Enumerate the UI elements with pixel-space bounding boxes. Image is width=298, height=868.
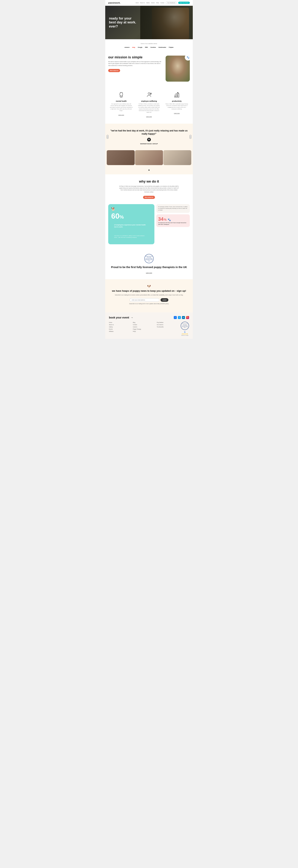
mental-health-icon <box>117 91 125 99</box>
google-stars: ★★★★★ <box>182 333 188 335</box>
licensed-heading: Proud to be the first fully licensed pup… <box>109 266 189 269</box>
feature-mental-health-desc: Our approach to your wellness days will … <box>110 103 133 112</box>
newsletter-disclaimer: Subscribe to our mailing list for more u… <box>109 303 189 305</box>
stat-small-number: 34 <box>158 216 164 222</box>
stat-small-percent: % <box>164 218 166 221</box>
testimonial-next-button[interactable]: › <box>190 135 191 139</box>
newsletter-body: Subscribe to our mailing list to receive… <box>109 294 189 296</box>
svg-rect-6 <box>174 96 175 97</box>
newsletter-submit-button[interactable]: submit <box>161 298 168 302</box>
feature-productivity-title: productivity <box>165 100 188 102</box>
photo-3 <box>163 150 191 165</box>
stat-60-number: 60% <box>111 212 152 220</box>
book-event-button[interactable]: Book Your Event <box>178 2 190 4</box>
footer-link-our-owners[interactable]: Our Owners <box>157 324 179 326</box>
footer-social: f t in ◻ <box>174 316 189 319</box>
footer-link-benefits[interactable]: The Benefits <box>157 326 179 328</box>
google-icon: G <box>184 331 186 333</box>
testimonial-prev-button[interactable]: ‹ <box>107 135 108 139</box>
newsletter-email-input[interactable] <box>130 298 159 302</box>
stat-big-sublabel: more than 1 in 3 admitted to calling in … <box>111 232 152 241</box>
nav-faqs[interactable]: FAQs <box>156 2 159 3</box>
footer-link-faqs[interactable]: FAQs <box>133 331 155 332</box>
mission-text: our mission is simple We want to improve… <box>108 56 163 72</box>
mission-heading: our mission is simple <box>108 56 163 59</box>
dashboard-button[interactable]: Your Dashboard <box>166 1 177 4</box>
carousel-dot-1[interactable] <box>148 169 150 170</box>
footer-link-about[interactable]: About us <box>109 324 131 326</box>
facebook-icon[interactable]: f <box>174 316 177 319</box>
footer-link-home[interactable]: Home <box>109 321 131 323</box>
footer-link-careers[interactable]: Careers <box>133 326 155 328</box>
stat-34-number-block: 34 % 🐾 <box>158 216 188 222</box>
clients-section: Some of our satisfied clients: amazon eb… <box>105 39 193 52</box>
feature-mental-health-link[interactable]: Learn more <box>118 114 124 116</box>
footer-link-puppy-therapy[interactable]: Puppy Therapy <box>133 328 155 330</box>
licensed-section: Proud to be the First Fully Licensed Pup… <box>105 249 193 279</box>
footer-link-affiliates[interactable]: Affiliates <box>109 331 131 332</box>
nav-gallery[interactable]: Gallery <box>146 2 150 3</box>
footer-link-blog[interactable]: Blog <box>133 321 155 323</box>
footer-top: book your event → f t in ◻ <box>109 316 189 319</box>
stat-big-number: 60 <box>111 212 119 220</box>
site-logo[interactable]: pawsinwork. <box>108 2 120 4</box>
why-cta-button[interactable]: More about us <box>143 196 155 199</box>
company-icon-letter: W <box>148 138 150 141</box>
licensed-cta-link[interactable]: Learn more <box>146 272 152 274</box>
navigation: pawsinwork. Home About Us Gallery Events… <box>105 0 193 6</box>
testimonial-company-icon: W <box>147 138 151 142</box>
google-label: Rated on Google <box>182 335 188 336</box>
footer-license-badge: Proud to be the First Fully Licensed Pup… <box>181 321 189 330</box>
feature-productivity: productivity Paws in Work offer a specia… <box>164 90 190 119</box>
stat-commute-card: On average a further 2 hours, plus commu… <box>156 204 190 213</box>
client-ebay: ebay <box>132 46 135 48</box>
employee-wellbeing-icon <box>145 91 153 99</box>
footer-link-pup-welfare[interactable]: Pup Welfare <box>157 321 179 323</box>
client-amazon: amazon <box>125 46 130 48</box>
nav-events[interactable]: Events <box>151 2 155 3</box>
feature-employee-wellbeing-title: employee wellbeing <box>137 100 160 102</box>
testimonial-company-name: WARNER MUSIC GROUP <box>110 143 188 145</box>
clients-label: Some of our satisfied clients: <box>108 43 190 44</box>
footer-link-gallery[interactable]: Gallery <box>109 326 131 328</box>
nav-about[interactable]: About Us <box>140 2 145 3</box>
hero-text-block: ready for your best day at work. ever? <box>105 13 142 32</box>
feature-productivity-link[interactable]: Learn more <box>174 113 180 114</box>
footer-columns: Home About us Gallery Events Affiliates … <box>109 321 189 336</box>
svg-rect-7 <box>176 95 177 97</box>
clients-logos: amazon ebay Google RBS Gumtree ticketmas… <box>108 46 190 48</box>
nav-home[interactable]: Home <box>136 2 139 3</box>
stat-big-percent: % <box>119 214 124 220</box>
feature-employee-wellbeing-link[interactable]: Learn more <box>146 116 152 117</box>
instagram-icon[interactable]: ◻ <box>186 316 189 319</box>
stat-60-card: 🐕 60% of employees experience poor menta… <box>108 204 155 244</box>
stat-34-card: 34 % 🐾 of employees feel they don't have… <box>156 214 190 227</box>
twitter-icon[interactable]: t <box>178 316 181 319</box>
nav-contact[interactable]: Contact <box>160 2 164 3</box>
mission-image: 🐾 <box>166 56 190 82</box>
footer-link-events[interactable]: Events <box>109 328 131 330</box>
testimonial-section: ‹ › "we've had the best day at work, it'… <box>105 124 193 150</box>
why-heading: why we do it <box>109 180 189 184</box>
productivity-icon <box>173 91 181 99</box>
client-ticketmaster: ticketmaster <box>159 46 166 48</box>
mission-cta-button[interactable]: More about us <box>108 69 120 72</box>
stats-right-column: On average a further 2 hours, plus commu… <box>156 204 190 244</box>
svg-rect-8 <box>178 94 179 97</box>
features-grid: mental health Our approach to your welln… <box>108 90 190 119</box>
features-section: mental health Our approach to your welln… <box>105 85 193 124</box>
footer-link-contact[interactable]: Contact <box>133 324 155 326</box>
newsletter-dog-icon: 🐶 <box>109 284 189 288</box>
nav-links: Home About Us Gallery Events FAQs Contac… <box>136 1 190 4</box>
client-gumtree: Gumtree <box>151 46 156 48</box>
mission-badge-icon: 🐾 <box>187 56 189 59</box>
svg-point-5 <box>150 93 152 94</box>
newsletter-form: submit <box>109 298 189 302</box>
carousel-dots <box>105 168 193 175</box>
linkedin-icon[interactable]: in <box>182 316 185 319</box>
why-section: why we do it At Paws In Work we encourag… <box>105 175 193 204</box>
footer-brand[interactable]: book your event <box>109 316 129 319</box>
footer-col-3: Pup Welfare Our Owners The Benefits <box>157 321 179 336</box>
testimonial-quote: "we've had the best day at work, it's ju… <box>110 129 188 135</box>
footer-badge-area: Proud to be the First Fully Licensed Pup… <box>181 321 189 336</box>
